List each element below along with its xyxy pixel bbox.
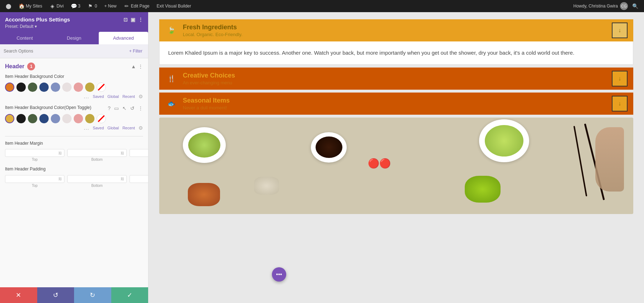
padding-top-input[interactable] [8,177,57,181]
color-swatch-dark-green[interactable] [28,83,37,92]
divi-icon: ◈ [49,3,55,9]
new-label: + New [104,4,116,9]
color-swatch-dark-blue-2[interactable] [39,114,49,123]
edit-page-link[interactable]: ✏ Edit Page [121,2,152,10]
color-swatch-yellow-active[interactable] [5,114,14,123]
help-icon[interactable]: ? [108,105,111,111]
flag-link[interactable]: ⚑ 0 [85,2,100,10]
filter-button[interactable]: + Filter [127,48,145,54]
margin-left-label: Left [130,158,148,162]
panel-title-icons: ⊡ ▣ ⋮ [123,17,143,23]
hand-image [595,127,624,192]
tab-content[interactable]: Content [0,32,49,44]
reset-icon[interactable]: ↺ [130,105,135,111]
color-swatch-pink[interactable] [74,83,83,92]
tab-advanced[interactable]: Advanced [99,32,148,44]
redo-button[interactable]: ↻ [74,287,111,303]
padding-bottom-group: ⛓ Bottom [67,175,127,188]
padding-bottom-input[interactable] [70,177,119,181]
accordion-header-seasonal[interactable]: 🐟 Seasonal Items Never a dull moment! ↓ [159,93,633,115]
accordion-body-text-fresh: Lorem Khaled Ipsum is a major key to suc… [168,49,624,57]
section-more-icon[interactable]: ⋮ [138,64,143,69]
color-swatch-black-2[interactable] [16,114,26,123]
comments-count: 3 [78,4,80,9]
main-layout: Accordions Plus Settings ⊡ ▣ ⋮ Preset: D… [0,12,644,303]
color-swatch-dark-blue[interactable] [39,83,49,92]
margin-top-input[interactable] [8,151,57,155]
swatch-settings-icon-2[interactable]: ⚙ [138,125,143,131]
color-swatch-light-gray[interactable] [62,83,72,92]
property-label-open: Item Header Background Color(Open Toggle… [5,105,91,111]
accordion-header-creative[interactable]: 🍴 Creative Choices An ever-changing menu… [159,68,633,90]
color-swatch-pink-2[interactable] [74,114,83,123]
food-bowl-3 [479,119,529,162]
accordion-toggle-fresh[interactable]: ↓ [612,23,628,38]
margin-bottom-label: Bottom [67,158,127,162]
cursor-icon[interactable]: ↖ [122,105,127,111]
swatch-saved-2[interactable]: Saved [93,126,104,130]
panel-header: Accordions Plus Settings ⊡ ▣ ⋮ Preset: D… [0,12,148,32]
close-button[interactable]: ✕ [0,287,37,303]
page-preview: 🍃 Fresh Ingredients Local. Organic. Eco-… [148,12,644,303]
exit-builder-link[interactable]: Exit Visual Builder [154,2,194,10]
accordion-text-creative: Creative Choices An ever-changing menu [183,72,612,85]
swatch-global[interactable]: Global [107,94,119,99]
color-swatch-none-2[interactable] [97,114,106,123]
comments-link[interactable]: 💬 3 [68,2,83,10]
padding-top-group: ⛓ Top [5,175,64,188]
preset-selector[interactable]: Preset: Default ▾ [5,24,143,29]
color-swatch-orange[interactable] [5,83,14,92]
minimize-icon[interactable]: ⊡ [123,17,128,23]
avatar[interactable]: CG [620,2,628,10]
swatch-recent-2[interactable]: Recent [122,126,135,130]
undo-button[interactable]: ↺ [37,287,74,303]
save-button[interactable]: ✓ [111,287,148,303]
color-swatch-light-blue[interactable] [51,83,60,92]
property-item-header-margin: Item Header Margin ⛓ Top ⛓ [5,141,143,162]
margin-left-input[interactable] [132,151,148,155]
chopstick-2 [574,126,587,197]
property-more-icon[interactable]: ⋮ [138,105,143,111]
margin-bottom-input[interactable] [70,151,119,155]
color-swatch-none[interactable] [97,83,106,92]
accordion-title-fresh: Fresh Ingredients [183,24,612,31]
swatch-settings-icon[interactable]: ⚙ [138,94,143,99]
color-swatch-light-blue-2[interactable] [51,114,60,123]
swatch-recent[interactable]: Recent [122,94,135,99]
padding-left-group: ⛓ Left [130,175,148,188]
color-swatch-gold[interactable] [85,83,94,92]
section-controls: ▲ ⋮ [131,64,143,69]
wordpress-home-link[interactable]: ⬤ [3,2,14,10]
color-swatches-open [5,114,143,123]
more-icon[interactable]: ⋮ [138,17,143,23]
search-input[interactable] [4,49,124,54]
tab-design[interactable]: Design [49,32,99,44]
property-item-header-padding: Item Header Padding ⛓ Top ⛓ [5,167,143,188]
search-icon[interactable]: 🔍 [629,2,641,10]
accordion-toggle-seasonal[interactable]: ↓ [612,96,628,111]
options-search: + Filter [0,44,148,58]
padding-bottom-label: Bottom [67,184,127,188]
margin-bottom-group: ⛓ Bottom [67,149,127,162]
divi-link[interactable]: ◈ Divi [47,2,67,10]
fab-button[interactable]: ••• [272,267,286,282]
user-info: Howdy, Christina Gwira CG [574,2,628,10]
color-swatch-gold-2[interactable] [85,114,94,123]
my-sites-link[interactable]: 🏠 My Sites [16,2,45,10]
accordion-toggle-creative[interactable]: ↓ [612,71,628,86]
swatch-more-icon[interactable]: … [83,93,89,100]
new-link[interactable]: + New [101,2,119,10]
section-collapse-icon[interactable]: ▲ [131,64,136,69]
expand-icon[interactable]: ▣ [131,17,135,23]
accordion-icon-leaf: 🍃 [165,24,178,37]
swatch-more-icon-2[interactable]: … [83,125,89,131]
color-swatch-dark-green-2[interactable] [28,114,37,123]
color-swatch-black[interactable] [16,83,26,92]
padding-left-input[interactable] [132,177,148,181]
accordion-header-fresh-ingredients[interactable]: 🍃 Fresh Ingredients Local. Organic. Eco-… [159,19,633,41]
link-icon: ⛓ [58,151,62,155]
swatch-global-2[interactable]: Global [107,126,119,130]
color-swatch-light-gray-2[interactable] [62,114,72,123]
swatch-saved[interactable]: Saved [93,94,104,99]
device-icon[interactable]: ▭ [114,105,119,111]
